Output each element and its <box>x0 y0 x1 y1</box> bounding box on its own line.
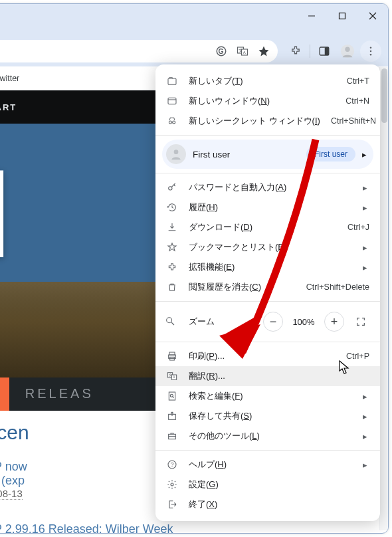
svg-rect-11 <box>325 47 329 55</box>
svg-point-15 <box>370 51 372 53</box>
menu-clear-data[interactable]: 閲覧履歴を消去(C) Ctrl+Shift+Delete <box>155 277 380 297</box>
chevron-right-icon: ▸ <box>362 150 367 160</box>
menu-label: 設定(G) <box>189 479 369 490</box>
profile-avatar-icon[interactable] <box>337 41 358 62</box>
nav-participate[interactable]: PART <box>0 102 17 112</box>
shortcut: Ctrl+P <box>346 352 369 361</box>
menu-separator <box>155 173 380 173</box>
svg-point-26 <box>174 150 179 154</box>
menu-label: 翻訳(R)... <box>189 370 369 382</box>
google-icon[interactable]: G <box>215 45 227 57</box>
zoom-out-button[interactable]: − <box>263 312 283 332</box>
menu-extensions[interactable]: 拡張機能(E) ▸ <box>155 257 380 277</box>
profile-name: First user <box>193 150 300 160</box>
menu-print[interactable]: 印刷(P)... Ctrl+P <box>155 346 380 366</box>
menu-exit[interactable]: 終了(X) <box>155 494 380 514</box>
menu-separator <box>155 342 380 342</box>
menu-translate[interactable]: 文A 翻訳(R)... <box>155 366 380 386</box>
menu-bookmarks[interactable]: ブックマークとリスト(B) ▸ <box>155 237 380 257</box>
menu-profile[interactable]: First user First user ▸ <box>162 140 373 169</box>
menu-find[interactable]: 検索と編集(F) ▸ <box>155 386 380 406</box>
chevron-right-icon: ▸ <box>363 183 369 193</box>
chevron-right-icon: ▸ <box>363 460 369 470</box>
print-icon <box>166 350 178 362</box>
menu-button[interactable] <box>360 41 381 62</box>
news-link[interactable]: GIMP now <box>0 460 173 474</box>
menu-new-tab[interactable]: 新しいタブ(T) Ctrl+T <box>155 71 380 91</box>
zoom-label: ズーム <box>189 316 256 328</box>
svg-text:A: A <box>243 51 246 54</box>
new-tab-icon <box>166 75 178 87</box>
svg-text:文: 文 <box>239 48 243 53</box>
window-maximize[interactable] <box>327 4 357 28</box>
search-page-icon <box>166 390 178 402</box>
menu-label: 履歴(H) <box>189 201 352 213</box>
extensions-icon[interactable] <box>285 41 306 62</box>
menu-passwords[interactable]: パスワードと自動入力(A) ▸ <box>155 177 380 197</box>
chevron-right-icon: ▸ <box>363 263 369 272</box>
menu-label: ブックマークとリスト(B) <box>189 241 352 253</box>
svg-line-29 <box>171 322 174 325</box>
menu-incognito[interactable]: 新しいシークレット ウィンドウ(I) Ctrl+Shift+N <box>155 111 380 131</box>
svg-point-27 <box>169 187 172 190</box>
help-icon: ? <box>166 459 178 471</box>
menu-downloads[interactable]: ダウンロード(D) Ctrl+J <box>155 217 380 237</box>
hero-title: GIM <box>0 150 8 276</box>
bookmark-star-icon[interactable] <box>258 45 270 57</box>
window-close[interactable] <box>357 4 388 28</box>
menu-history[interactable]: 履歴(H) ▸ <box>155 197 380 217</box>
shortcut: Ctrl+J <box>347 223 369 232</box>
profile-avatar-icon <box>166 144 186 164</box>
fullscreen-icon[interactable] <box>351 312 371 332</box>
menu-label: ヘルプ(H) <box>189 459 352 471</box>
menu-label: 保存して共有(S) <box>189 410 352 422</box>
release-notes-link[interactable]: RELEAS <box>25 386 94 401</box>
menu-label: 新しいウィンドウ(N) <box>189 95 335 107</box>
sidepanel-icon[interactable] <box>314 41 335 62</box>
chrome-main-menu: 新しいタブ(T) Ctrl+T 新しいウィンドウ(N) Ctrl+N 新しいシー… <box>155 64 380 521</box>
svg-rect-37 <box>169 392 175 400</box>
svg-point-16 <box>370 54 372 56</box>
translate-action-icon[interactable]: 文A <box>237 45 248 57</box>
shortcut: Ctrl+T <box>347 76 369 86</box>
menu-settings[interactable]: 設定(G) <box>155 475 380 494</box>
share-icon <box>166 410 178 422</box>
bookmark-label: Twitter <box>0 74 19 83</box>
menu-help[interactable]: ? ヘルプ(H) ▸ <box>155 455 380 475</box>
news-link[interactable]: GIMP 2.99.16 Released: Wilber Week <box>0 522 173 533</box>
chevron-right-icon: ▸ <box>363 391 369 401</box>
news-link[interactable]: ARM (exp <box>0 474 173 488</box>
svg-point-14 <box>370 47 372 49</box>
bookmark-item[interactable]: 𝕏 Twitter <box>0 70 25 86</box>
menu-label: 閲覧履歴を消去(C) <box>189 281 296 293</box>
chevron-right-icon: ▸ <box>363 243 369 253</box>
menu-label: 終了(X) <box>189 498 369 510</box>
incognito-icon <box>166 115 178 127</box>
download-button[interactable]: OWNLOAD 2.10.34 <box>0 376 9 411</box>
scrollbar-thumb[interactable] <box>381 68 387 123</box>
menu-zoom: ズーム − 100% + <box>155 306 380 338</box>
svg-rect-30 <box>169 352 175 355</box>
svg-text:G: G <box>219 47 224 55</box>
svg-rect-20 <box>168 78 176 84</box>
svg-point-28 <box>167 318 172 323</box>
star-icon <box>166 241 178 253</box>
menu-label: 新しいタブ(T) <box>189 75 336 87</box>
svg-rect-1 <box>340 13 345 19</box>
shortcut: Ctrl+N <box>345 96 369 106</box>
zoom-in-button[interactable]: + <box>324 312 344 332</box>
menu-label: 印刷(P)... <box>189 350 336 362</box>
menu-more-tools[interactable]: その他のツール(L) ▸ <box>155 426 380 446</box>
menu-separator <box>155 301 380 302</box>
chevron-right-icon: ▸ <box>363 411 369 421</box>
menu-new-window[interactable]: 新しいウィンドウ(N) Ctrl+N <box>155 91 380 111</box>
menu-label: ダウンロード(D) <box>189 221 337 233</box>
scrollbar[interactable] <box>379 67 389 530</box>
menu-label: パスワードと自動入力(A) <box>189 181 352 193</box>
trash-icon <box>166 281 178 293</box>
menu-separator <box>155 450 380 451</box>
menu-save-share[interactable]: 保存して共有(S) ▸ <box>155 406 380 426</box>
svg-point-23 <box>169 121 171 124</box>
window-minimize[interactable] <box>296 4 327 28</box>
omnibox[interactable]: G 文A <box>0 40 278 62</box>
